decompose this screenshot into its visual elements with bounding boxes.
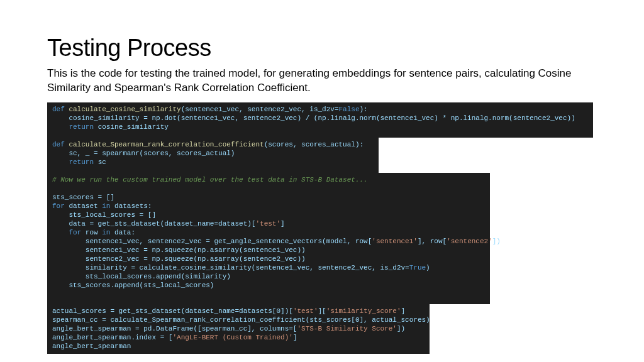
fn-sig: (sentence1_vec, sentence2_vec, is_d2v= <box>181 106 339 113</box>
string: 'sentence2' <box>447 238 492 245</box>
bool-true: True <box>409 264 426 272</box>
string: 'test' <box>293 307 318 315</box>
string: 'AngLE-BERT (Custom Trained)' <box>172 334 292 341</box>
kw-in: in <box>102 229 114 236</box>
code-line: ) <box>426 264 430 272</box>
kw-for: for <box>52 229 86 236</box>
code-line: angle_bert_spearman <box>52 343 131 350</box>
code-line: spearman_cc = calculate_Spearman_rank_co… <box>52 316 430 324</box>
code-line: sc, _ = spearmanr(scores, scores_actual) <box>52 150 235 157</box>
code-line: sts_local_scores.append(similarity) <box>52 273 231 280</box>
slide-title: Testing Process <box>47 35 597 62</box>
bool-false: False <box>338 106 359 113</box>
code-line: sentence1_vec = np.squeeze(np.asarray(se… <box>52 246 306 254</box>
code-line: cosine_similarity = np.dot(sentence1_vec… <box>52 114 575 122</box>
comment: # Now we run the custom trained model ov… <box>52 176 368 184</box>
code-line: ] <box>293 334 297 341</box>
string: 'test' <box>255 220 280 228</box>
code-block-cosine: def calculate_cosine_similarity(sentence… <box>47 102 593 138</box>
ret-var: sc <box>98 158 106 166</box>
code-block-spearman: def calculate_Spearman_rank_correlation_… <box>47 138 379 173</box>
string: 'similarity_score' <box>326 307 401 315</box>
code-line: data = get_sts_dataset(dataset_name=data… <box>52 220 255 228</box>
code-line: ][ <box>318 307 326 315</box>
kw-def: def <box>52 106 69 113</box>
ret-var: cosine_similarity <box>98 123 169 131</box>
code-line: ], row[ <box>418 238 447 245</box>
fn-sig: (scores, scores_actual): <box>264 141 364 148</box>
kw-in: in <box>102 202 114 210</box>
code-line: angle_bert_spearman.index = [ <box>52 334 172 341</box>
code-line: sentence1_vec, sentence2_vec = get_angle… <box>52 238 372 245</box>
code-line: sts_scores = [] <box>52 194 114 201</box>
slide-subtitle: This is the code for testing the trained… <box>47 67 594 96</box>
loop-iter: datasets: <box>114 202 152 210</box>
code-line: ] <box>401 307 406 315</box>
kw-def: def <box>52 141 69 148</box>
fn-name: calculate_cosine_similarity <box>69 106 180 113</box>
kw-return: return <box>52 158 98 166</box>
kw-for: for <box>52 202 69 210</box>
string: 'sentence1' <box>372 238 418 245</box>
code-block-results: actual_scores = get_sts_dataset(dataset_… <box>47 304 430 354</box>
code-line: sentence2_vec = np.squeeze(np.asarray(se… <box>52 255 306 263</box>
loop-var: row <box>86 229 102 236</box>
fn-name: calculate_Spearman_rank_correlation_coef… <box>69 141 264 148</box>
loop-iter: data: <box>114 229 135 236</box>
code-line: ] <box>280 220 285 228</box>
code-line: sts_local_scores = [] <box>52 211 156 219</box>
code-line: sts_scores.append(sts_local_scores) <box>52 282 214 289</box>
slide: Testing Process This is the code for tes… <box>0 0 644 362</box>
code-block-loop: # Now we run the custom trained model ov… <box>47 173 490 304</box>
string: 'STS-B Similarity Score' <box>297 325 396 332</box>
kw-return: return <box>52 123 98 131</box>
code-line: ]) <box>397 325 405 332</box>
code-line: ]) <box>492 238 501 245</box>
code-line: similarity = calculate_cosine_similarity… <box>52 264 409 272</box>
blank-line <box>52 185 57 192</box>
sig-end: ): <box>360 106 368 113</box>
code-line: actual_scores = get_sts_dataset(dataset_… <box>52 307 293 315</box>
code-line: angle_bert_spearman = pd.DataFrame([spea… <box>52 325 297 332</box>
loop-var: dataset <box>69 202 102 210</box>
